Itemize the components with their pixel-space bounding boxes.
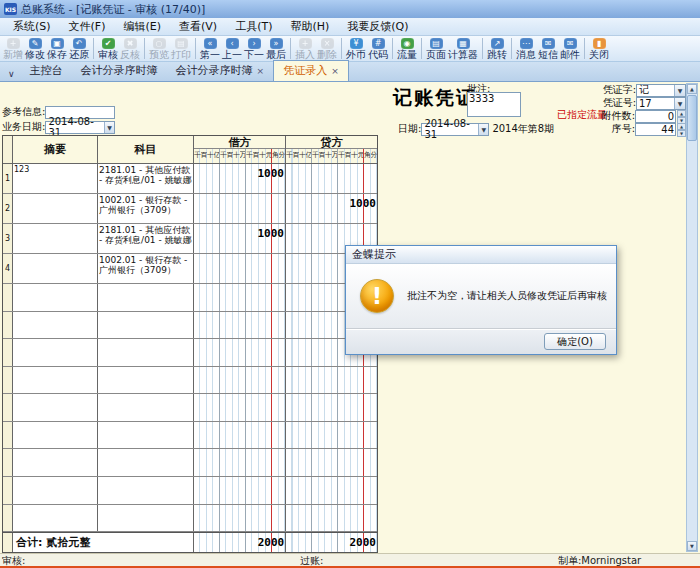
tab-voucher-entry[interactable]: 凭证录入× xyxy=(273,60,349,81)
credit-cell[interactable] xyxy=(286,394,377,421)
summary-cell[interactable] xyxy=(13,194,98,223)
close-icon[interactable]: × xyxy=(257,66,265,76)
debit-cell[interactable] xyxy=(194,312,286,339)
summary-cell[interactable] xyxy=(13,477,98,504)
debit-cell[interactable] xyxy=(194,449,286,476)
account-cell[interactable] xyxy=(98,505,194,532)
tab-journal-2[interactable]: 会计分录序时簿× xyxy=(167,61,274,81)
empty-row[interactable] xyxy=(3,422,377,450)
credit-cell[interactable] xyxy=(286,449,377,476)
toolbar-button-mail[interactable]: ✉邮件 xyxy=(559,36,581,61)
date-dropdown[interactable]: 2014-08-31 ▼ xyxy=(421,123,489,136)
credit-cell[interactable] xyxy=(286,505,377,532)
empty-row[interactable] xyxy=(3,394,377,422)
dialog-title-bar[interactable]: 金蝶提示 xyxy=(346,246,616,264)
credit-cell[interactable] xyxy=(286,477,377,504)
account-cell[interactable] xyxy=(98,422,194,449)
account-cell[interactable]: 2181.01 - 其他应付款 - 存货利息/01 - 姚敏娜 xyxy=(98,164,194,193)
summary-cell[interactable] xyxy=(13,367,98,394)
empty-row[interactable] xyxy=(3,339,377,367)
scroll-up-icon[interactable]: ▲ xyxy=(687,84,697,94)
summary-cell[interactable] xyxy=(13,254,98,283)
voucher-row[interactable]: 41002.01 - 银行存款 - 广州银行（3709）1000 xyxy=(3,254,377,284)
account-cell[interactable] xyxy=(98,477,194,504)
toolbar-button-next[interactable]: ›下一 xyxy=(243,36,265,61)
stepper-up-icon[interactable]: ▲ xyxy=(677,110,686,117)
tab-console[interactable]: 主控台 xyxy=(21,61,72,81)
sequence-stepper[interactable]: ▲▼ xyxy=(677,123,686,136)
empty-row[interactable] xyxy=(3,284,377,312)
toolbar-button-last[interactable]: »最后 xyxy=(265,36,287,61)
debit-cell[interactable] xyxy=(194,254,286,283)
debit-cell[interactable]: 1000 xyxy=(194,164,286,193)
toolbar-button-previous[interactable]: ‹上一 xyxy=(221,36,243,61)
account-cell[interactable]: 1002.01 - 银行存款 - 广州银行（3709） xyxy=(98,254,194,283)
toolbar-button-save[interactable]: ▣保存 xyxy=(46,36,68,61)
summary-cell[interactable] xyxy=(13,312,98,339)
credit-cell[interactable] xyxy=(286,422,377,449)
summary-cell[interactable] xyxy=(13,449,98,476)
empty-row[interactable] xyxy=(3,367,377,395)
account-cell[interactable] xyxy=(98,367,194,394)
toolbar-button-restore[interactable]: ↶还原 xyxy=(68,36,90,61)
voucher-row[interactable]: 32181.01 - 其他应付款 - 存货利息/01 - 姚敏娜1000 xyxy=(3,224,377,254)
voucher-row[interactable]: 21002.01 - 银行存款 - 广州银行（3709）1000 xyxy=(3,194,377,224)
attachment-count-field[interactable]: 0 xyxy=(635,110,676,123)
menu-item[interactable]: 我要反馈(Q) xyxy=(338,18,417,35)
toolbar-button-close[interactable]: ▮关闭 xyxy=(588,36,610,61)
voucher-word-dropdown[interactable]: 记 ▼ xyxy=(636,84,686,97)
summary-cell[interactable] xyxy=(13,284,98,311)
voucher-row[interactable]: 11232181.01 - 其他应付款 - 存货利息/01 - 姚敏娜1000 xyxy=(3,164,377,194)
menu-item[interactable]: 帮助(H) xyxy=(281,18,338,35)
debit-cell[interactable]: 1000 xyxy=(194,224,286,253)
menu-item[interactable]: 文件(F) xyxy=(60,18,115,35)
attachment-stepper[interactable]: ▲▼ xyxy=(677,110,686,123)
stepper-down-icon[interactable]: ▼ xyxy=(677,130,686,137)
debit-cell[interactable] xyxy=(194,194,286,223)
summary-cell[interactable]: 123 xyxy=(13,164,98,193)
summary-cell[interactable] xyxy=(13,505,98,532)
menu-item[interactable]: 查看(V) xyxy=(170,18,226,35)
account-cell[interactable] xyxy=(98,284,194,311)
vertical-scrollbar[interactable]: ▲ ▼ xyxy=(686,83,698,552)
annotation-textarea[interactable]: 3333 xyxy=(467,92,521,117)
empty-row[interactable] xyxy=(3,449,377,477)
chevron-down-icon[interactable]: ▼ xyxy=(674,85,685,96)
summary-cell[interactable] xyxy=(13,394,98,421)
credit-cell[interactable] xyxy=(286,367,377,394)
sequence-field[interactable]: 44 xyxy=(635,123,676,136)
menu-item[interactable]: 编辑(E) xyxy=(115,18,171,35)
scrollbar-thumb[interactable] xyxy=(687,95,697,141)
toolbar-button-sms[interactable]: ✉短信 xyxy=(537,36,559,61)
debit-cell[interactable] xyxy=(194,284,286,311)
account-cell[interactable] xyxy=(98,394,194,421)
debit-cell[interactable] xyxy=(194,422,286,449)
summary-cell[interactable] xyxy=(13,224,98,253)
toolbar-button-first[interactable]: «第一 xyxy=(199,36,221,61)
ok-button[interactable]: 确定(O) xyxy=(544,333,606,350)
empty-row[interactable] xyxy=(3,505,377,533)
debit-cell[interactable] xyxy=(194,477,286,504)
credit-cell[interactable]: 1000 xyxy=(286,194,377,223)
toolbar-button-jump[interactable]: ↗跳转 xyxy=(486,36,508,61)
chevron-down-icon[interactable]: ▼ xyxy=(674,98,685,109)
close-icon[interactable]: × xyxy=(331,66,339,76)
scroll-down-icon[interactable]: ▼ xyxy=(687,541,697,551)
toolbar-button-calculator[interactable]: ▦计算器 xyxy=(447,36,479,61)
debit-cell[interactable] xyxy=(194,505,286,532)
credit-cell[interactable] xyxy=(286,164,377,193)
toolbar-button-currency[interactable]: ¥外币 xyxy=(345,36,367,61)
summary-cell[interactable] xyxy=(13,339,98,366)
debit-cell[interactable] xyxy=(194,339,286,366)
account-cell[interactable]: 1002.01 - 银行存款 - 广州银行（3709） xyxy=(98,194,194,223)
account-cell[interactable]: 2181.01 - 其他应付款 - 存货利息/01 - 姚敏娜 xyxy=(98,224,194,253)
menu-item[interactable]: 工具(T) xyxy=(226,18,281,35)
debit-cell[interactable] xyxy=(194,367,286,394)
toolbar-button-message[interactable]: ⋯消息 xyxy=(515,36,537,61)
toolbar-button-audit[interactable]: ✔审核 xyxy=(97,36,119,61)
empty-row[interactable] xyxy=(3,477,377,505)
account-cell[interactable] xyxy=(98,449,194,476)
toolbar-button-cashflow[interactable]: ◉流量 xyxy=(396,36,418,61)
account-cell[interactable] xyxy=(98,312,194,339)
bizdate-dropdown[interactable]: 2014-08-31 ▼ xyxy=(45,121,115,134)
